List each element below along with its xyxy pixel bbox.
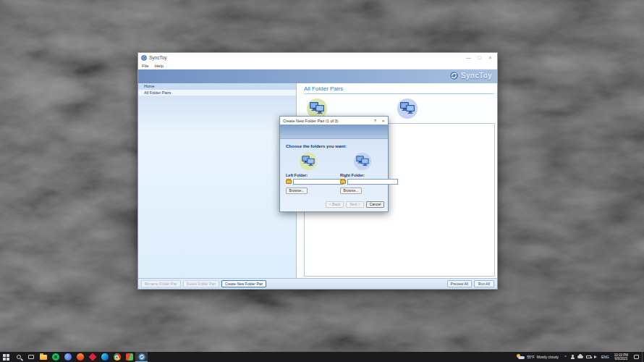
left-browse-button[interactable]: Browse... (286, 188, 308, 194)
start-button[interactable] (0, 352, 12, 362)
preview-all-button[interactable]: Preview All (447, 280, 472, 287)
synctoy-taskbar-button[interactable] (135, 352, 148, 362)
menu-file[interactable]: File (142, 64, 149, 68)
weather-condition: Mostly cloudy (537, 355, 559, 359)
maximize-button[interactable]: □ (474, 54, 485, 62)
right-folder-input[interactable] (347, 179, 398, 185)
cancel-button[interactable]: Cancel (366, 201, 384, 208)
brand-name: SyncToy (461, 72, 492, 80)
taskbar: 55°F Mostly cloudy ^ ENG 10:10 PM 6/9/20… (0, 352, 644, 362)
dialog-body: Choose the folders you want: (280, 139, 388, 211)
orange-app-button[interactable] (74, 352, 86, 362)
run-all-button[interactable]: Run All (474, 280, 494, 287)
weather-cloudy-icon (517, 354, 525, 361)
left-folder-input[interactable] (293, 179, 344, 185)
file-explorer-icon (40, 355, 47, 360)
left-folder-label: Left Folder: (286, 173, 331, 177)
right-folder-computers-icon (353, 152, 372, 171)
minimize-button[interactable]: — (463, 54, 474, 62)
search-button[interactable] (12, 352, 25, 362)
right-folder-label: Right Folder: (340, 173, 385, 177)
dialog-banner (280, 125, 388, 139)
left-folder-computers-icon (299, 152, 318, 171)
edge-button[interactable] (98, 352, 111, 362)
sidebar-item-home[interactable]: Home (138, 83, 296, 90)
weather-temp: 55°F (527, 355, 535, 359)
language-indicator[interactable]: ENG (599, 355, 611, 359)
sidebar: Home All Folder Pairs (138, 83, 297, 278)
green-app-button[interactable] (49, 352, 62, 362)
tray-person-icon[interactable] (571, 355, 575, 359)
action-center-icon[interactable] (634, 355, 639, 359)
tray-volume-icon[interactable] (594, 355, 597, 358)
window-title: SyncToy (149, 55, 463, 60)
folder-icon (340, 180, 346, 184)
red-app-button[interactable] (86, 352, 98, 362)
tray-battery-icon[interactable] (586, 355, 591, 358)
menu-bar: File Help (138, 62, 497, 70)
tray-cloud-icon[interactable] (577, 355, 583, 358)
sidebar-item-all-folder-pairs[interactable]: All Folder Pairs (138, 90, 296, 96)
menu-help[interactable]: Help (155, 64, 164, 68)
folder-icon (286, 180, 292, 184)
window-footer: Rename Folder Pair Delete Folder Pair Cr… (138, 278, 497, 289)
green-circle-app-icon (52, 353, 59, 361)
right-folder-computers-icon (397, 98, 418, 119)
dialog-help-button[interactable]: ? (371, 117, 379, 124)
file-explorer-button[interactable] (37, 352, 49, 362)
chrome-icon (114, 353, 121, 361)
rename-folder-pair-button[interactable]: Rename Folder Pair (141, 280, 181, 287)
show-hidden-icons-button[interactable]: ^ (562, 355, 569, 359)
window-titlebar[interactable]: SyncToy — □ × (138, 53, 497, 62)
dialog-close-button[interactable]: × (379, 117, 387, 124)
close-button[interactable]: × (485, 54, 496, 62)
dialog-titlebar[interactable]: Create New Folder Pair (1 of 3) ? × (280, 117, 388, 125)
task-view-button[interactable] (25, 352, 37, 362)
delete-folder-pair-button[interactable]: Delete Folder Pair (183, 280, 219, 287)
windows-logo-icon (3, 354, 9, 361)
synctoy-brand: SyncToy (449, 71, 492, 80)
back-button[interactable]: < Back (326, 201, 344, 208)
multicolor-app-button[interactable] (123, 352, 135, 362)
search-icon (17, 355, 21, 359)
multicolor-app-icon (126, 353, 133, 361)
next-button[interactable]: Next > (346, 201, 364, 208)
blue-app-button[interactable] (62, 352, 74, 362)
red-diamond-app-icon (88, 353, 96, 361)
clock[interactable]: 10:10 PM 6/9/2023 (611, 353, 631, 361)
task-view-icon (28, 355, 34, 359)
synctoy-banner: SyncToy (138, 70, 497, 83)
weather-widget[interactable]: 55°F Mostly cloudy (513, 352, 562, 362)
synctoy-logo-icon (449, 71, 459, 80)
create-folder-pair-dialog: Create New Folder Pair (1 of 3) ? × Choo… (279, 116, 389, 212)
heading-divider (304, 93, 494, 94)
orange-app-icon (77, 353, 84, 361)
synctoy-app-icon (141, 55, 147, 61)
edge-icon (101, 353, 109, 361)
page-title: All Folder Pairs (304, 85, 343, 92)
blue-circle-app-icon (64, 353, 72, 361)
create-new-folder-pair-button[interactable]: Create New Folder Pair (221, 280, 266, 287)
synctoy-taskbar-icon (138, 353, 145, 361)
clock-date: 6/9/2023 (614, 357, 628, 361)
right-browse-button[interactable]: Browse... (340, 188, 362, 194)
dialog-prompt: Choose the folders you want: (286, 144, 382, 148)
system-tray (569, 355, 599, 359)
dialog-title: Create New Folder Pair (1 of 3) (283, 119, 371, 123)
chrome-button[interactable] (111, 352, 123, 362)
